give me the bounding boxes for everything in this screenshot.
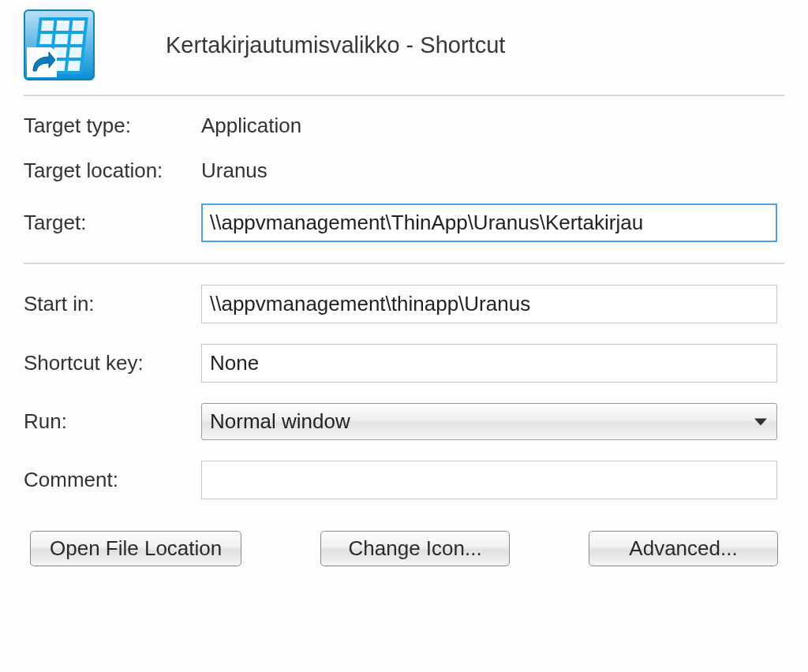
target-location-row: Target location: Uranus bbox=[24, 159, 784, 183]
target-type-value: Application bbox=[201, 114, 301, 138]
shortcut-arrow-icon bbox=[27, 47, 57, 77]
change-icon-button[interactable]: Change Icon... bbox=[320, 531, 510, 566]
open-file-location-button[interactable]: Open File Location bbox=[30, 531, 241, 566]
button-row: Open File Location Change Icon... Advanc… bbox=[24, 531, 784, 566]
comment-label: Comment: bbox=[24, 468, 201, 492]
start-in-input[interactable] bbox=[201, 285, 777, 323]
separator bbox=[24, 95, 784, 96]
target-input[interactable] bbox=[201, 203, 777, 242]
run-label: Run: bbox=[24, 409, 201, 434]
shortcut-key-input[interactable] bbox=[201, 344, 777, 383]
target-location-value: Uranus bbox=[201, 159, 267, 183]
shortcut-properties-panel: Kertakirjautumisvalikko - Shortcut Targe… bbox=[0, 0, 808, 582]
shortcut-app-icon bbox=[24, 9, 95, 80]
start-in-row: Start in: bbox=[24, 285, 784, 323]
comment-row: Comment: bbox=[24, 461, 784, 499]
run-row: Run: Normal window bbox=[24, 403, 784, 440]
separator bbox=[24, 263, 784, 264]
header: Kertakirjautumisvalikko - Shortcut bbox=[24, 6, 784, 95]
run-select[interactable]: Normal window bbox=[201, 403, 777, 440]
target-label: Target: bbox=[24, 211, 201, 235]
run-select-value: Normal window bbox=[210, 409, 350, 433]
target-type-row: Target type: Application bbox=[24, 114, 784, 138]
start-in-label: Start in: bbox=[24, 292, 201, 316]
advanced-button[interactable]: Advanced... bbox=[589, 531, 778, 566]
chevron-down-icon bbox=[754, 418, 767, 425]
shortcut-key-label: Shortcut key: bbox=[24, 351, 201, 375]
shortcut-title: Kertakirjautumisvalikko - Shortcut bbox=[166, 32, 505, 58]
target-location-label: Target location: bbox=[24, 159, 201, 183]
target-type-label: Target type: bbox=[24, 114, 201, 138]
shortcut-key-row: Shortcut key: bbox=[24, 344, 784, 383]
comment-input[interactable] bbox=[201, 461, 777, 499]
target-row: Target: bbox=[24, 203, 784, 242]
